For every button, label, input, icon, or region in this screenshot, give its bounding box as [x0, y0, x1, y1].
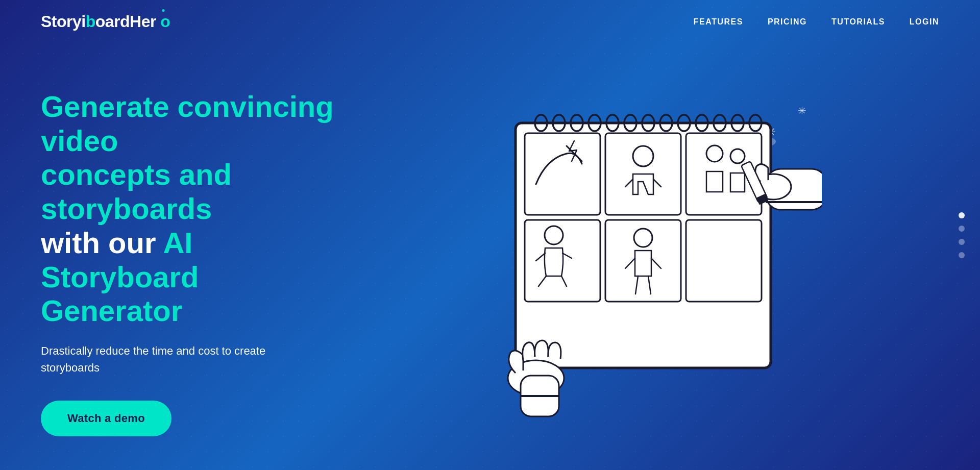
hero-title-line4: Generator	[41, 294, 182, 327]
svg-rect-36	[686, 220, 762, 302]
svg-point-25	[545, 226, 563, 244]
logo[interactable]: StoryiboardHer o	[41, 12, 170, 31]
hero-content: Generate convincing video concepts and s…	[41, 90, 347, 436]
scroll-dot-4[interactable]	[959, 252, 965, 258]
scroll-dot-1[interactable]	[959, 212, 965, 218]
svg-rect-15	[525, 133, 600, 215]
nav-features[interactable]: FEATURES	[694, 17, 743, 27]
watch-demo-button[interactable]: Watch a demo	[41, 401, 172, 436]
hero-title-line1: Generate convincing video	[41, 90, 334, 157]
storyboard-illustration	[464, 82, 822, 429]
scroll-dot-2[interactable]	[959, 226, 965, 232]
hero-section: Generate convincing video concepts and s…	[0, 43, 980, 462]
svg-point-31	[634, 229, 652, 247]
hero-title: Generate convincing video concepts and s…	[41, 90, 347, 328]
hero-illustration: ✳ ✳ ✦	[347, 64, 939, 462]
nav-tutorials[interactable]: TUTORIALS	[831, 17, 885, 27]
nav-login[interactable]: LOGIN	[910, 17, 939, 27]
svg-point-23	[730, 149, 745, 163]
nav-pricing[interactable]: PRICING	[768, 17, 807, 27]
hero-subtitle: Drastically reduce the time and cost to …	[41, 342, 306, 376]
scroll-indicator	[959, 212, 965, 258]
hero-title-line3: with our AI Storyboard	[41, 226, 199, 293]
header: StoryiboardHer o FEATURES PRICING TUTORI…	[0, 0, 980, 43]
scroll-dot-3[interactable]	[959, 239, 965, 245]
logo-text: StoryiboardHer o	[41, 12, 170, 31]
svg-point-22	[706, 145, 723, 162]
hero-title-prefix: with our	[41, 226, 163, 259]
svg-point-18	[633, 146, 653, 166]
page-wrapper: StoryiboardHer o FEATURES PRICING TUTORI…	[0, 0, 980, 470]
main-nav: FEATURES PRICING TUTORIALS LOGIN	[694, 17, 939, 27]
hero-title-line2: concepts and storyboards	[41, 158, 232, 225]
